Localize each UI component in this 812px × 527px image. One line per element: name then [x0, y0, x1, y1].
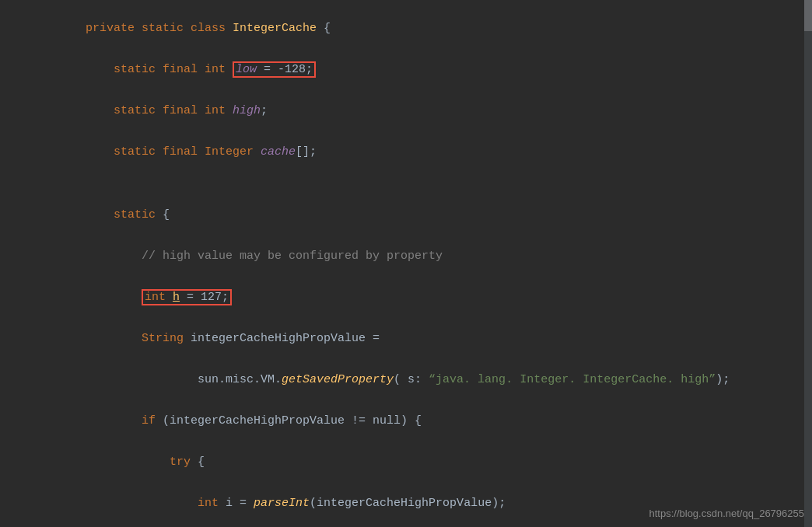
code-line-11: if (integerCacheHighPropValue != null) { — [0, 400, 812, 441]
code-line-1: private static class IntegerCache { — [0, 8, 812, 49]
scrollbar[interactable] — [804, 0, 812, 527]
code-line-8: int h = 127; — [0, 277, 812, 318]
low-redbox: low = -128; — [233, 61, 316, 78]
code-container: private static class IntegerCache { stat… — [0, 0, 812, 527]
code-line-2: static final int low = -128; — [0, 49, 812, 90]
code-line-4: static final Integer cache[]; — [0, 131, 812, 173]
code-line-5 — [0, 173, 812, 194]
code-line-10: sun.misc.VM.getSavedProperty( s: “java. … — [0, 359, 812, 400]
code-line-7: // high value may be configured by prope… — [0, 236, 812, 277]
h127-redbox: int h = 127; — [142, 289, 232, 305]
code-line-14: i = Math.max(i, 127); — [0, 524, 812, 527]
code-line-9: String integerCacheHighPropValue = — [0, 318, 812, 359]
code-line-12: try { — [0, 441, 812, 483]
code-line-6: static { — [0, 194, 812, 236]
code-line-3: static final int high; — [0, 90, 812, 131]
scrollbar-thumb[interactable] — [804, 0, 812, 31]
watermark: https://blog.csdn.net/qq_26796255 — [649, 508, 805, 519]
